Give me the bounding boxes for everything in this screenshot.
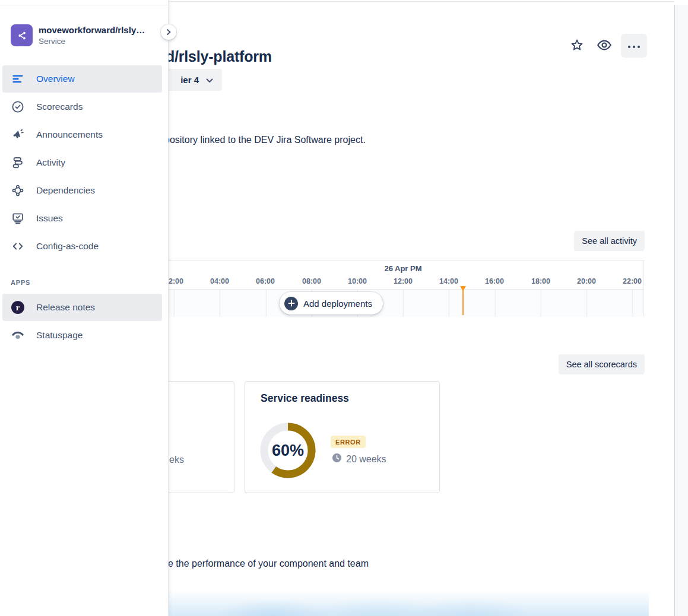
timeline-date-label: 26 Apr PM (373, 264, 433, 273)
check-circle-icon (11, 100, 25, 114)
timeline-tick: 22:00 (614, 277, 650, 285)
timeline-tick: 20:00 (569, 277, 604, 285)
statuspage-signal-icon (11, 328, 25, 342)
release-notes-r-icon: r (11, 300, 25, 315)
scorecard-title: Service readiness (261, 392, 349, 405)
metrics-illustration (168, 585, 649, 616)
more-actions-button[interactable] (621, 34, 647, 58)
timeline-tick: 12:00 (385, 277, 421, 285)
clock-icon (332, 453, 342, 465)
metrics-description: e the performance of your component and … (168, 558, 369, 569)
sidebar-item-config-as-code[interactable]: Config-as-code (2, 233, 162, 260)
component-type: Service (39, 37, 145, 46)
more-ellipsis-icon (627, 42, 641, 50)
activity-pills-icon (11, 155, 25, 170)
sidebar: moveworkforward/rlsly… Service Overview … (0, 0, 169, 616)
page-title: d/rlsly-platform (166, 48, 272, 65)
timeline-tick: 06:00 (248, 277, 283, 285)
add-deployments-label: Add deployments (303, 299, 372, 309)
header-actions (566, 34, 647, 58)
status-badge: ERROR (331, 436, 366, 448)
add-deployments-button[interactable]: Add deployments (280, 292, 383, 315)
star-icon (570, 38, 584, 54)
expand-sidebar-button[interactable] (161, 24, 176, 40)
right-rail (674, 5, 688, 616)
code-brackets-icon (11, 239, 25, 253)
timeline-tick: 08:00 (294, 277, 329, 285)
watch-button[interactable] (594, 34, 615, 58)
sidebar-item-label: Issues (36, 213, 63, 224)
sidebar-item-release-notes[interactable]: r Release notes (2, 294, 162, 321)
sidebar-item-activity[interactable]: Activity (2, 149, 162, 176)
sidebar-item-statuspage[interactable]: Statuspage (2, 322, 162, 349)
star-button[interactable] (566, 34, 588, 58)
watch-eye-icon (596, 37, 613, 55)
see-all-scorecards-button[interactable]: See all scorecards (559, 354, 645, 374)
sidebar-item-issues[interactable]: Issues (2, 205, 162, 232)
sidebar-item-label: Announcements (36, 129, 103, 140)
scorecard-age-row: 20 weeks (332, 453, 386, 465)
monitor-check-icon (11, 211, 25, 226)
sidebar-item-announcements[interactable]: Announcements (2, 121, 162, 148)
sidebar-item-label: Dependencies (36, 185, 95, 196)
sidebar-item-label: Config-as-code (36, 241, 99, 252)
donut-percent-label: 60% (259, 422, 316, 479)
timeline-tick: 14:00 (431, 277, 467, 285)
sidebar-item-dependencies[interactable]: Dependencies (2, 177, 162, 204)
chevron-right-icon (166, 28, 172, 37)
tier-label: ier 4 (180, 75, 199, 85)
dependency-nodes-icon (11, 183, 25, 198)
sidebar-item-label: Activity (36, 157, 65, 168)
component-name: moveworkforward/rlsly… (39, 24, 145, 36)
plus-icon (284, 297, 298, 310)
sidebar-apps-nav: r Release notes Statuspage (0, 293, 168, 350)
readiness-donut-chart: 60% (259, 422, 316, 479)
component-share-icon (11, 24, 33, 46)
scorecard-age-fragment: eks (169, 455, 184, 465)
megaphone-icon (11, 128, 25, 142)
see-all-activity-button[interactable]: See all activity (574, 231, 645, 251)
timeline-tick: 04:00 (202, 277, 237, 285)
overview-lines-icon (11, 72, 25, 86)
timeline-tick: 18:00 (523, 277, 559, 285)
chevron-down-icon (206, 75, 213, 85)
scorecard-card-service-readiness[interactable]: Service readiness 60% ERROR 20 weeks (245, 381, 440, 493)
sidebar-item-label: Statuspage (36, 330, 83, 341)
sidebar-item-label: Overview (36, 74, 75, 84)
sidebar-top-divider (0, 5, 168, 5)
sidebar-item-overview[interactable]: Overview (2, 65, 162, 93)
svg-text:r: r (16, 303, 20, 312)
scorecard-age-label: 20 weeks (346, 454, 386, 465)
deployment-timeline-panel: 26 Apr PM 02:00 04:00 06:00 08:00 10:00 … (107, 260, 644, 316)
sidebar-nav: Overview Scorecards Announcements (0, 65, 168, 261)
sidebar-header: moveworkforward/rlsly… Service (11, 24, 145, 46)
sidebar-item-label: Scorecards (36, 101, 83, 112)
timeline-tick: 10:00 (340, 277, 375, 285)
sidebar-item-scorecards[interactable]: Scorecards (2, 93, 162, 120)
sidebar-item-label: Release notes (36, 302, 95, 313)
component-description: pository linked to the DEV Jira Software… (164, 135, 366, 145)
timeline-tick: 16:00 (477, 277, 512, 285)
apps-section-label: APPS (11, 279, 30, 286)
